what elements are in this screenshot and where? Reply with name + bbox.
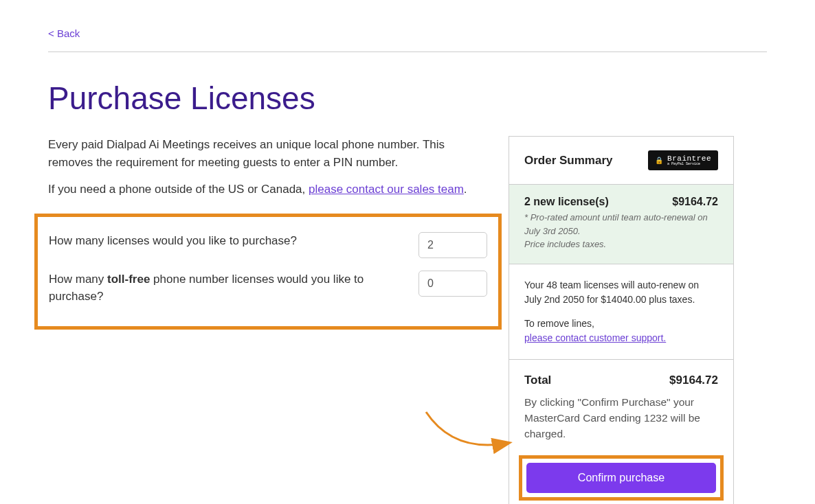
contact-support-link[interactable]: please contact customer support. (524, 332, 666, 343)
license-form-highlight: How many licenses would you like to purc… (34, 214, 502, 330)
intro-2-suffix: . (464, 183, 467, 196)
tollfree-prefix: How many (49, 273, 107, 286)
tollfree-bold: toll-free (107, 273, 150, 286)
licenses-label: How many licenses would you like to purc… (49, 232, 405, 250)
braintree-subtext: a PayPal Service (667, 163, 711, 166)
confirm-purchase-button[interactable]: Confirm purchase (526, 463, 716, 493)
braintree-badge: 🔒 Braintree a PayPal Service (648, 150, 718, 170)
total-amount: $9164.72 (669, 374, 718, 387)
order-summary-title: Order Summary (524, 154, 613, 168)
intro-2-prefix: If you need a phone outside of the US or… (48, 183, 309, 196)
renewal-section: Your 48 team licenses will auto-renew on… (509, 264, 733, 360)
renewal-text: Your 48 team licenses will auto-renew on… (524, 278, 718, 307)
licenses-input[interactable] (418, 232, 487, 258)
order-header: Order Summary 🔒 Braintree a PayPal Servi… (509, 137, 733, 185)
tollfree-input[interactable] (418, 271, 487, 297)
remove-lines-text: To remove lines, please contact customer… (524, 317, 718, 345)
order-lines-section: 2 new license(s) $9164.72 * Pro-rated am… (509, 185, 733, 264)
total-section: Total $9164.72 By clicking "Confirm Purc… (509, 360, 733, 456)
line-note-1: * Pro-rated amount until team auto-renew… (524, 211, 718, 238)
page-title: Purchase Licenses (48, 80, 767, 117)
confirm-button-highlight: Confirm purchase (519, 455, 724, 501)
contact-sales-link[interactable]: please contact our sales team (309, 183, 464, 196)
line-item-row: 2 new license(s) $9164.72 (524, 196, 718, 208)
order-summary-card: Order Summary 🔒 Braintree a PayPal Servi… (509, 136, 734, 504)
line-note-2: Price includes taxes. (524, 238, 718, 251)
remove-prefix: To remove lines, (524, 318, 594, 329)
divider (48, 51, 767, 52)
total-label: Total (524, 374, 551, 387)
charge-text: By clicking "Confirm Purchase" your Mast… (524, 394, 718, 442)
back-link[interactable]: < Back (48, 27, 80, 39)
main-layout: Every paid Dialpad Ai Meetings receives … (48, 136, 767, 504)
tollfree-row: How many toll-free phone number licenses… (49, 271, 487, 306)
line-item-label: 2 new license(s) (524, 196, 609, 208)
intro-text-2: If you need a phone outside of the US or… (48, 181, 488, 198)
line-item-amount: $9164.72 (672, 196, 718, 208)
licenses-row: How many licenses would you like to purc… (49, 232, 487, 258)
tollfree-label: How many toll-free phone number licenses… (49, 271, 405, 306)
total-row: Total $9164.72 (524, 374, 718, 387)
badge-text-wrap: Braintree a PayPal Service (667, 154, 711, 166)
left-column: Every paid Dialpad Ai Meetings receives … (48, 136, 488, 330)
lock-icon: 🔒 (655, 157, 664, 165)
intro-text-1: Every paid Dialpad Ai Meetings receives … (48, 136, 488, 171)
